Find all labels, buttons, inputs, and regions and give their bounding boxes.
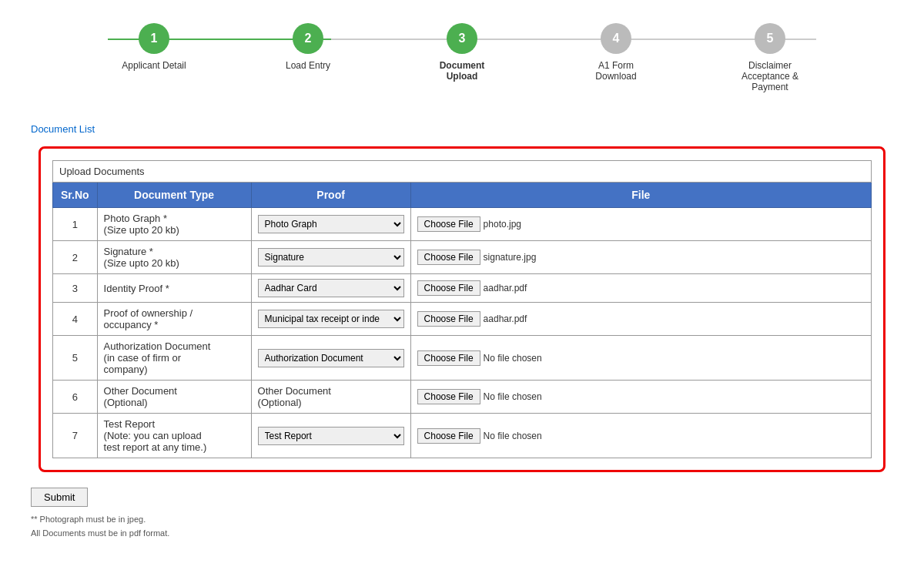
cell-doctype-1: Photo Graph * (Size upto 20 kb) — [97, 208, 251, 241]
upload-table: Upload Documents Sr.No Document Type Pro… — [52, 160, 872, 458]
cell-file-7: Choose FileNo file chosen — [410, 414, 871, 458]
footnote-1: ** Photograph must be in jpeg. — [31, 513, 893, 527]
table-title-row: Upload Documents — [53, 161, 872, 183]
cell-doctype-5: Authorization Document (in case of firm … — [97, 336, 251, 381]
cell-file-6: Choose FileNo file chosen — [410, 381, 871, 414]
cell-sr-2: 2 — [53, 241, 98, 274]
cell-proof-7: Test Report — [251, 414, 410, 458]
upload-documents-box: Upload Documents Sr.No Document Type Pro… — [38, 146, 886, 472]
cell-proof-6: Other Document (Optional) — [251, 381, 410, 414]
choose-file-button-3[interactable]: Choose File — [417, 280, 480, 296]
choose-file-button-1[interactable]: Choose File — [417, 216, 480, 232]
choose-file-button-7[interactable]: Choose File — [417, 428, 480, 444]
file-name-5: No file chosen — [484, 353, 542, 364]
step-label-2: Load Entry — [286, 60, 330, 71]
table-row-5: 5Authorization Document (in case of firm… — [53, 336, 872, 381]
cell-file-5: Choose FileNo file chosen — [410, 336, 871, 381]
cell-proof-4: Municipal tax receipt or indeOther — [251, 303, 410, 336]
cell-proof-5: Authorization Document — [251, 336, 410, 381]
cell-sr-6: 6 — [53, 381, 98, 414]
table-row-4: 4Proof of ownership / occupancy *Municip… — [53, 303, 872, 336]
cell-sr-5: 5 — [53, 336, 98, 381]
cell-sr-3: 3 — [53, 274, 98, 303]
proof-select-5[interactable]: Authorization Document — [258, 349, 404, 367]
cell-proof-2: SignaturePhoto GraphAadhar Card — [251, 241, 410, 274]
document-list-link[interactable]: Document List — [31, 123, 95, 135]
table-header-row: Sr.No Document Type Proof File — [53, 183, 872, 208]
cell-sr-7: 7 — [53, 414, 98, 458]
cell-doctype-7: Test Report (Note: you can upload test r… — [97, 414, 251, 458]
file-name-7: No file chosen — [484, 431, 542, 441]
step-circle-1: 1 — [139, 23, 169, 54]
step-5: 5 Disclaimer Acceptance & Payment — [693, 23, 847, 92]
table-row-7: 7Test Report (Note: you can upload test … — [53, 414, 872, 458]
footnote-2: All Documents must be in pdf format. — [31, 527, 893, 541]
choose-file-button-4[interactable]: Choose File — [417, 311, 480, 327]
footnote-area: ** Photograph must be in jpeg. All Docum… — [31, 513, 893, 540]
cell-sr-1: 1 — [53, 208, 98, 241]
cell-doctype-6: Other Document (Optional) — [97, 381, 251, 414]
step-4: 4 A1 Form Download — [539, 23, 693, 82]
proof-select-2[interactable]: SignaturePhoto GraphAadhar Card — [258, 248, 404, 267]
table-row-6: 6Other Document (Optional)Other Document… — [53, 381, 872, 414]
cell-file-2: Choose Filesignature.jpg — [410, 241, 871, 274]
cell-file-3: Choose Fileaadhar.pdf — [410, 274, 871, 303]
step-circle-2: 2 — [293, 23, 323, 54]
table-row-2: 2Signature * (Size upto 20 kb)SignatureP… — [53, 241, 872, 274]
stepper: 1 Applicant Detail 2 Load Entry 3 Docume… — [31, 23, 893, 92]
file-name-2: signature.jpg — [484, 252, 537, 263]
file-name-4: aadhar.pdf — [484, 314, 527, 324]
step-circle-4: 4 — [601, 23, 631, 54]
cell-file-4: Choose Fileaadhar.pdf — [410, 303, 871, 336]
step-circle-5: 5 — [755, 23, 785, 54]
proof-select-3[interactable]: Aadhar CardPassportDriving License — [258, 279, 404, 297]
cell-proof-3: Aadhar CardPassportDriving License — [251, 274, 410, 303]
proof-select-7[interactable]: Test Report — [258, 427, 404, 445]
step-circle-3: 3 — [447, 23, 477, 54]
col-header-doctype: Document Type — [97, 183, 251, 208]
step-3: 3 Document Upload — [385, 23, 539, 82]
cell-file-1: Choose Filephoto.jpg — [410, 208, 871, 241]
cell-doctype-4: Proof of ownership / occupancy * — [97, 303, 251, 336]
table-row-1: 1Photo Graph * (Size upto 20 kb)Photo Gr… — [53, 208, 872, 241]
file-name-3: aadhar.pdf — [484, 283, 527, 293]
col-header-proof: Proof — [251, 183, 410, 208]
file-name-1: photo.jpg — [484, 219, 521, 230]
step-label-4: A1 Form Download — [578, 60, 654, 82]
choose-file-button-6[interactable]: Choose File — [417, 389, 480, 404]
step-label-5: Disclaimer Acceptance & Payment — [732, 60, 808, 92]
file-name-6: No file chosen — [484, 391, 542, 402]
choose-file-button-5[interactable]: Choose File — [417, 350, 480, 366]
step-1: 1 Applicant Detail — [77, 23, 231, 71]
proof-select-1[interactable]: Photo GraphSignatureAadhar Card — [258, 215, 404, 233]
proof-select-4[interactable]: Municipal tax receipt or indeOther — [258, 310, 404, 328]
table-title: Upload Documents — [53, 161, 872, 183]
table-row-3: 3Identity Proof *Aadhar CardPassportDriv… — [53, 274, 872, 303]
cell-proof-1: Photo GraphSignatureAadhar Card — [251, 208, 410, 241]
col-header-srno: Sr.No — [53, 183, 98, 208]
cell-sr-4: 4 — [53, 303, 98, 336]
cell-doctype-2: Signature * (Size upto 20 kb) — [97, 241, 251, 274]
step-2: 2 Load Entry — [231, 23, 385, 71]
step-label-3: Document Upload — [424, 60, 500, 82]
cell-doctype-3: Identity Proof * — [97, 274, 251, 303]
submit-button[interactable]: Submit — [31, 488, 88, 507]
choose-file-button-2[interactable]: Choose File — [417, 250, 480, 265]
step-label-1: Applicant Detail — [122, 60, 186, 71]
col-header-file: File — [410, 183, 871, 208]
